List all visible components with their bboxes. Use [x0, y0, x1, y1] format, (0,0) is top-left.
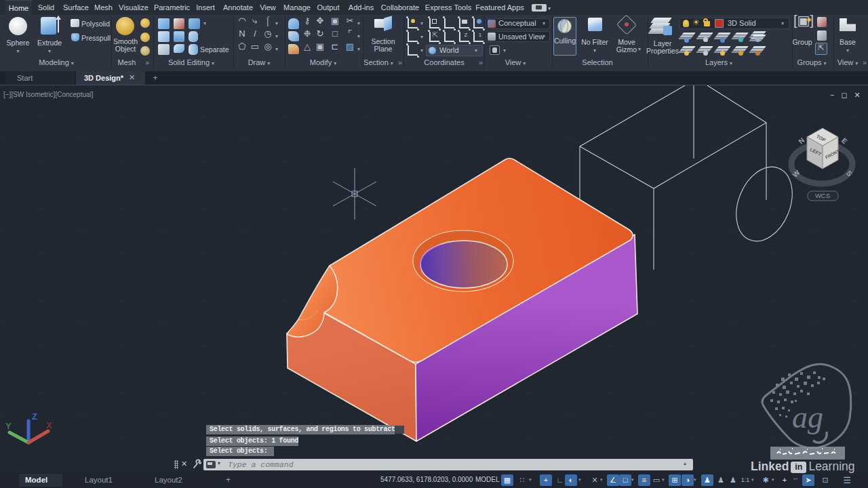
svg-text:X: X — [46, 420, 52, 430]
svg-text:Z: Z — [32, 411, 37, 422]
svg-text:WCS: WCS — [815, 192, 830, 199]
svg-text:ag: ag — [792, 400, 823, 434]
svg-text:Y: Y — [5, 421, 12, 431]
